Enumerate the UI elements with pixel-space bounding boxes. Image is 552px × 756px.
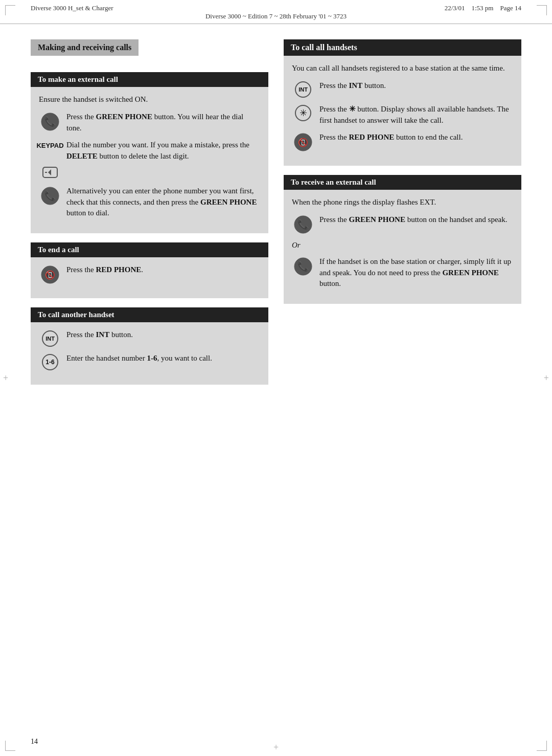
subsection-receive-call: To receive an external call When the pho…	[284, 175, 521, 304]
step-keypad: KEYPAD Dial the number you want. If you …	[39, 140, 260, 162]
step-receive-green-phone: 📞 Press the GREEN PHONE button on the ha…	[292, 214, 513, 234]
red-phone-icon-all: 📵	[292, 132, 314, 151]
cross-right: +	[544, 373, 549, 384]
red-phone-icon: 📵	[39, 264, 61, 284]
subsection-body-external-call: Ensure the handset is switched ON. 📞 Pre…	[31, 94, 268, 219]
main-content: Making and receiving calls To make an ex…	[0, 24, 552, 405]
keypad-label-icon: KEYPAD	[39, 140, 61, 149]
step-handset-number-text: Enter the handset number 1-6, you want t…	[66, 353, 260, 364]
receive-intro: When the phone rings the display flashes…	[292, 197, 513, 208]
int-icon: INT	[39, 329, 61, 347]
green-phone-base-icon: 📞	[292, 256, 314, 276]
step-green-phone-dialable: 📞 Press the GREEN PHONE button. You will…	[39, 112, 260, 134]
header-date: 22/3/01 1:53 pm Page 14	[445, 4, 521, 12]
crop-mark-tl	[5, 5, 15, 15]
step-keypad-text: Dial the number you want. If you make a …	[66, 140, 260, 162]
page-number: 14	[31, 738, 38, 746]
subsection-title-another-handset: To call another handset	[31, 307, 268, 322]
step-int-button: INT Press the INT button.	[39, 329, 260, 347]
green-phone-icon-2: 📞	[39, 186, 61, 205]
step-all-int-text: Press the INT button.	[319, 80, 513, 92]
subsection-title-external-call: To make an external call	[31, 72, 268, 87]
step-alt-text: Alternatively you can enter the phone nu…	[66, 186, 260, 219]
step-red-phone-end-all-text: Press the RED PHONE button to end the ca…	[319, 132, 513, 143]
subsection-external-call: To make an external call Ensure the hand…	[31, 72, 268, 233]
section-title-making-calls: Making and receiving calls	[31, 39, 139, 56]
cross-bottom: +	[273, 742, 279, 753]
all-handsets-intro: You can call all handsets registered to …	[292, 63, 513, 74]
svg-text:📞: 📞	[44, 190, 56, 202]
step-red-phone-text: Press the RED PHONE.	[66, 264, 260, 276]
svg-text:📞: 📞	[44, 116, 56, 127]
subsection-body-end-call: 📵 Press the RED PHONE.	[31, 264, 268, 284]
step-handset-on: Ensure the handset is switched ON.	[39, 94, 260, 105]
step-delete-icon-row	[39, 164, 260, 180]
step-receive-green-phone-text: Press the GREEN PHONE button on the hand…	[319, 214, 513, 226]
left-column: Making and receiving calls To make an ex…	[31, 39, 268, 385]
step-lift-handset-text: If the handset is on the base station or…	[319, 256, 513, 290]
svg-text:📵: 📵	[298, 138, 308, 147]
subsection-body-another-handset: INT Press the INT button. 1-6 Enter the …	[31, 329, 268, 370]
right-column: To call all handsets You can call all ha…	[284, 39, 521, 385]
or-text: Or	[292, 240, 513, 251]
crop-mark-br	[537, 741, 547, 751]
step-lift-handset: 📞 If the handset is on the base station …	[292, 256, 513, 290]
svg-text:📞: 📞	[297, 219, 309, 230]
subsection-end-call: To end a call 📵 Press the RED PHONE.	[31, 242, 268, 298]
green-phone-icon: 📞	[39, 112, 61, 131]
subsection-body-receive-call: When the phone rings the display flashes…	[284, 197, 521, 290]
svg-marker-4	[48, 169, 51, 175]
delete-icon	[39, 164, 61, 180]
page-wrapper: + + + Diverse 3000 H_set & Charger 22/3/…	[0, 0, 552, 756]
step-star-button: ✳ Press the ✳ button. Display shows all …	[292, 104, 513, 126]
page-header: Diverse 3000 H_set & Charger 22/3/01 1:5…	[0, 0, 552, 24]
subsection-body-all-handsets: You can call all handsets registered to …	[284, 63, 521, 151]
step-int-text: Press the INT button.	[66, 329, 260, 341]
star-icon: ✳	[292, 104, 314, 121]
step-green-phone-text: Press the GREEN PHONE button. You will h…	[66, 112, 260, 134]
step-all-int-button: INT Press the INT button.	[292, 80, 513, 98]
svg-text:📞: 📞	[297, 261, 309, 272]
step-red-phone: 📵 Press the RED PHONE.	[39, 264, 260, 284]
header-left: Diverse 3000 H_set & Charger	[31, 4, 113, 12]
cross-left: +	[3, 373, 8, 384]
green-phone-receive-icon: 📞	[292, 214, 314, 234]
subsection-title-all-handsets: To call all handsets	[284, 39, 521, 56]
subsection-title-end-call: To end a call	[31, 242, 268, 257]
subsection-title-receive-call: To receive an external call	[284, 175, 521, 190]
subsection-all-handsets: To call all handsets You can call all ha…	[284, 39, 521, 166]
step-handset-number: 1-6 Enter the handset number 1-6, you wa…	[39, 353, 260, 370]
crop-mark-tr	[537, 5, 547, 15]
step-red-phone-end-all: 📵 Press the RED PHONE button to end the …	[292, 132, 513, 151]
int-icon-all: INT	[292, 80, 314, 98]
step-alternative-green-phone: 📞 Alternatively you can enter the phone …	[39, 186, 260, 219]
subsection-another-handset: To call another handset INT Press the IN…	[31, 307, 268, 385]
step-star-text: Press the ✳ button. Display shows all av…	[319, 104, 513, 126]
header-line2: Diverse 3000 ~ Edition 7 ~ 28th February…	[31, 12, 521, 20]
number-16-icon: 1-6	[39, 353, 61, 370]
svg-text:📵: 📵	[45, 270, 55, 280]
crop-mark-bl	[5, 741, 15, 751]
